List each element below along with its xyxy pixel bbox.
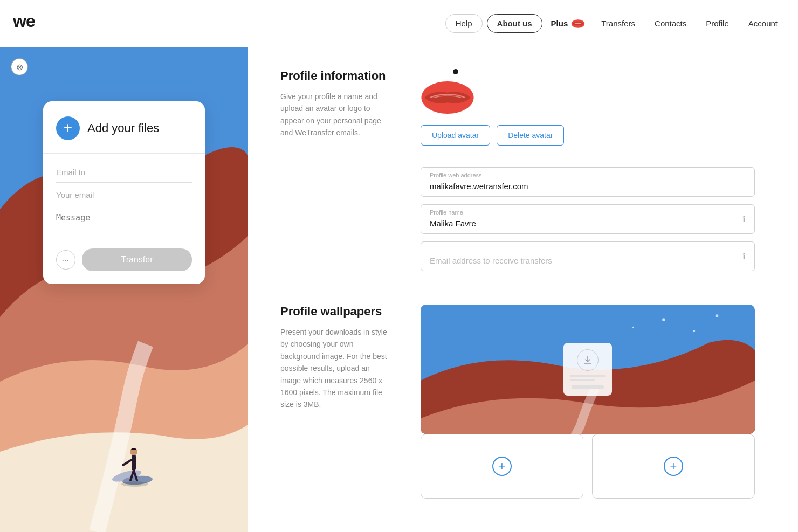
profile-name-field-group: Profile name Malika Favre ℹ <box>421 204 755 234</box>
download-line-1 <box>570 375 606 377</box>
profile-name-value: Malika Favre <box>430 210 738 228</box>
ellipsis-icon: ··· <box>63 255 69 264</box>
download-button-mini <box>572 385 604 389</box>
svg-point-18 <box>693 330 695 332</box>
surfer-figure <box>108 422 162 489</box>
svg-point-20 <box>632 327 634 328</box>
wallpapers-left: Profile wallpapers Present your download… <box>280 305 388 499</box>
avatar-area: Upload avatar Delete avatar <box>421 69 755 156</box>
profile-info-section: Profile information Give your profile a … <box>280 69 755 279</box>
header-left: we <box>13 13 39 34</box>
svg-point-19 <box>716 314 719 317</box>
download-line-2 <box>570 379 595 381</box>
close-icon: ⊗ <box>16 62 23 72</box>
web-address-field-group: Profile web address malikafavre.wetransf… <box>421 167 755 197</box>
add-circle-icon: + <box>56 116 80 140</box>
download-icon <box>577 349 598 371</box>
profile-name-info-icon: ℹ <box>742 214 746 224</box>
plus-badge[interactable]: Plus <box>547 17 590 31</box>
email-info-icon: ℹ <box>742 251 746 261</box>
email-placeholder: Email address to receive transfers <box>430 247 738 265</box>
svg-point-17 <box>662 318 665 321</box>
lips-icon <box>571 19 585 29</box>
wallpaper-add-icon-1: + <box>492 457 512 476</box>
wallpaper-add-box-2[interactable]: + <box>592 434 755 499</box>
upload-card: + Add your files ··· Transfer <box>43 101 205 284</box>
left-panel: ⊗ + Add your files ··· Transfer <box>0 47 248 532</box>
email-field-group: Email address to receive transfers ℹ <box>421 241 755 271</box>
svg-rect-7 <box>132 454 136 471</box>
svg-point-6 <box>121 481 148 487</box>
contacts-nav[interactable]: Contacts <box>647 15 694 32</box>
card-divider <box>43 153 205 154</box>
avatar-buttons: Upload avatar Delete avatar <box>421 125 564 146</box>
wallpaper-add-icon-2: + <box>664 457 683 476</box>
add-files-label: Add your files <box>87 121 159 135</box>
download-card-mini <box>563 343 612 396</box>
profile-info-desc: Give your profile a name and upload an a… <box>280 91 388 139</box>
profile-info-title: Profile information <box>280 69 388 83</box>
delete-avatar-button[interactable]: Delete avatar <box>497 125 564 146</box>
close-button[interactable]: ⊗ <box>11 58 28 75</box>
account-nav[interactable]: Account <box>741 15 785 32</box>
email-field[interactable]: Email address to receive transfers ℹ <box>421 241 755 271</box>
plus-icon: + <box>64 120 72 135</box>
right-panel: Profile information Give your profile a … <box>248 47 798 532</box>
avatar-dot <box>453 69 458 74</box>
profile-name-label: Profile name <box>430 209 463 216</box>
wallpapers-desc: Present your downloads in style by choos… <box>280 326 388 411</box>
wallpaper-add-grid: + + <box>421 434 755 499</box>
wallpapers-title: Profile wallpapers <box>280 305 388 319</box>
your-email-input[interactable] <box>56 185 192 205</box>
svg-line-9 <box>123 460 132 465</box>
card-footer: ··· Transfer <box>56 248 192 271</box>
logo: we <box>13 13 39 34</box>
profile-name-field[interactable]: Profile name Malika Favre ℹ <box>421 204 755 234</box>
more-options-button[interactable]: ··· <box>56 250 75 270</box>
wallpaper-add-box-1[interactable]: + <box>421 434 583 499</box>
profile-info-right: Upload avatar Delete avatar Profile web … <box>421 69 755 279</box>
help-button[interactable]: Help <box>445 14 483 33</box>
avatar-lips-icon <box>421 79 474 116</box>
plus-label: Plus <box>551 19 568 28</box>
wallpapers-section: Profile wallpapers Present your download… <box>280 305 755 499</box>
wallpapers-right: + + <box>421 305 755 499</box>
header: we Help About us Plus Transfers Contacts… <box>0 0 798 47</box>
web-address-field[interactable]: Profile web address malikafavre.wetransf… <box>421 167 755 197</box>
add-files-button[interactable]: + Add your files <box>56 116 192 140</box>
profile-info-left: Profile information Give your profile a … <box>280 69 388 279</box>
profile-nav[interactable]: Profile <box>698 15 737 32</box>
upload-avatar-button[interactable]: Upload avatar <box>421 125 490 146</box>
web-address-label: Profile web address <box>430 172 482 178</box>
transfer-button[interactable]: Transfer <box>82 248 192 271</box>
about-us-button[interactable]: About us <box>487 14 542 33</box>
svg-text:we: we <box>13 13 35 30</box>
header-nav: Help About us Plus Transfers Contacts Pr… <box>445 14 785 33</box>
transfers-nav[interactable]: Transfers <box>594 15 643 32</box>
main-layout: ⊗ + Add your files ··· Transfer <box>0 47 798 532</box>
surfer-svg <box>108 422 162 487</box>
message-input[interactable] <box>56 208 192 231</box>
email-to-input[interactable] <box>56 162 192 183</box>
download-lines <box>570 375 606 381</box>
wallpaper-preview <box>421 305 755 434</box>
